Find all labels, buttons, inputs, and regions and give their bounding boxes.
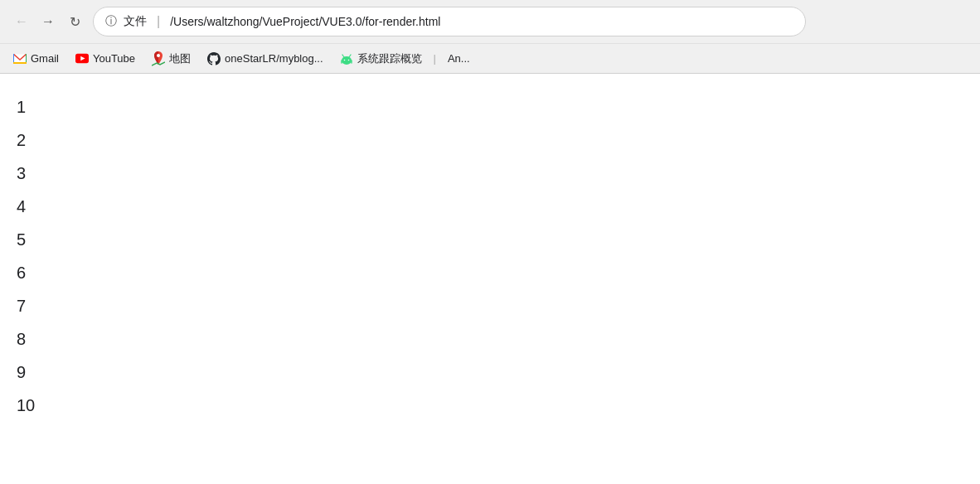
list-item: 9: [17, 356, 963, 389]
bookmark-github[interactable]: oneStarLR/myblog...: [201, 50, 330, 68]
svg-point-6: [157, 54, 160, 57]
reload-icon: ↻: [70, 14, 80, 30]
number-list: 1 2 3 4 5 6 7 8 9 10: [17, 90, 963, 422]
youtube-icon: [75, 52, 89, 65]
android-icon: [340, 52, 353, 65]
svg-point-7: [342, 56, 352, 65]
list-item: 2: [17, 123, 963, 157]
github-label: oneStarLR/myblog...: [225, 52, 323, 65]
gmail-icon: [13, 52, 27, 65]
gmail-label: Gmail: [31, 52, 59, 65]
reload-button[interactable]: ↻: [63, 10, 86, 33]
back-icon: ←: [15, 14, 28, 29]
list-item: 4: [17, 190, 963, 223]
list-item: 3: [17, 157, 963, 190]
svg-rect-3: [13, 62, 27, 64]
address-bar[interactable]: ⓘ 文件 | /Users/waltzhong/VueProject/VUE3.…: [93, 7, 806, 36]
list-item: 6: [17, 256, 963, 289]
list-item: 5: [17, 223, 963, 256]
back-button[interactable]: ←: [10, 10, 33, 33]
android2-label: An...: [448, 52, 470, 65]
list-item: 7: [17, 289, 963, 322]
address-separator: |: [157, 14, 160, 29]
svg-point-9: [347, 59, 349, 60]
svg-point-8: [343, 59, 345, 60]
bookmark-separator: |: [434, 52, 436, 65]
bookmarks-bar: Gmail YouTube 地图: [0, 43, 980, 73]
address-bar-row: ← → ↻ ⓘ 文件 | /Users/waltzhong/VueProject…: [0, 0, 980, 43]
android-label: 系统跟踪概览: [357, 51, 422, 66]
bookmark-android[interactable]: 系统跟踪概览: [333, 49, 429, 69]
browser-chrome: ← → ↻ ⓘ 文件 | /Users/waltzhong/VueProject…: [0, 0, 980, 74]
svg-line-10: [342, 55, 344, 57]
bookmark-youtube[interactable]: YouTube: [69, 50, 142, 68]
list-item: 1: [17, 90, 963, 123]
bookmark-maps[interactable]: 地图: [145, 49, 197, 69]
forward-icon: →: [41, 14, 55, 29]
forward-button[interactable]: →: [36, 10, 60, 33]
address-path: /Users/waltzhong/VueProject/VUE3.0/for-r…: [170, 15, 440, 28]
bookmark-gmail[interactable]: Gmail: [7, 50, 65, 68]
nav-buttons: ← → ↻: [10, 10, 86, 33]
page-content: 1 2 3 4 5 6 7 8 9 10: [0, 74, 980, 484]
youtube-label: YouTube: [93, 52, 135, 65]
list-item: 8: [17, 322, 963, 356]
svg-line-11: [349, 55, 351, 57]
maps-icon: [152, 52, 165, 65]
info-icon: ⓘ: [105, 14, 117, 29]
list-item: 10: [17, 389, 963, 422]
github-icon: [207, 52, 221, 65]
maps-label: 地图: [169, 51, 191, 66]
bookmark-android2[interactable]: An...: [441, 50, 477, 67]
address-scheme-label: 文件: [124, 14, 147, 29]
